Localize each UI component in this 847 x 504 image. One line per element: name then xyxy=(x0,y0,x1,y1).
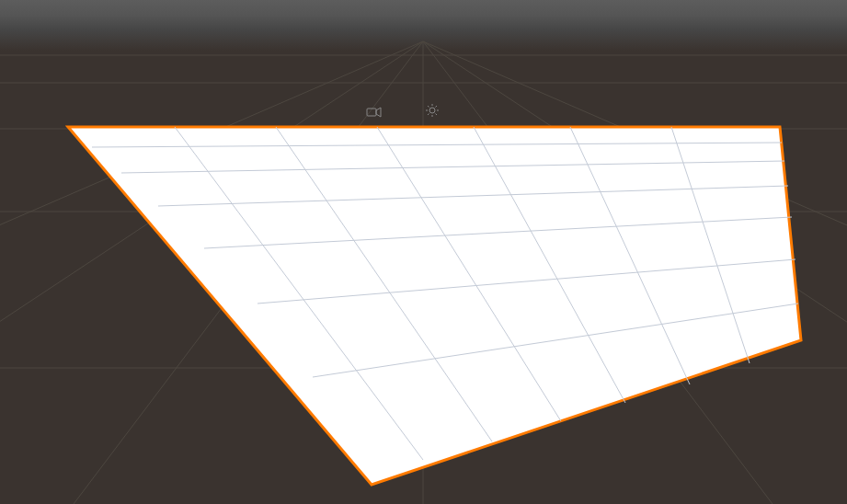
light-gizmo[interactable]: sun-icon xyxy=(426,104,439,117)
svg-point-25 xyxy=(429,108,435,113)
scene-viewport[interactable]: camera-icon sun-icon xyxy=(0,0,847,504)
svg-line-32 xyxy=(428,114,429,116)
scene-svg: camera-icon sun-icon xyxy=(0,0,847,504)
selected-plane[interactable] xyxy=(68,127,801,485)
plane-surface[interactable] xyxy=(68,127,801,485)
svg-line-33 xyxy=(436,106,438,108)
svg-line-30 xyxy=(428,106,429,108)
svg-line-31 xyxy=(436,114,438,116)
